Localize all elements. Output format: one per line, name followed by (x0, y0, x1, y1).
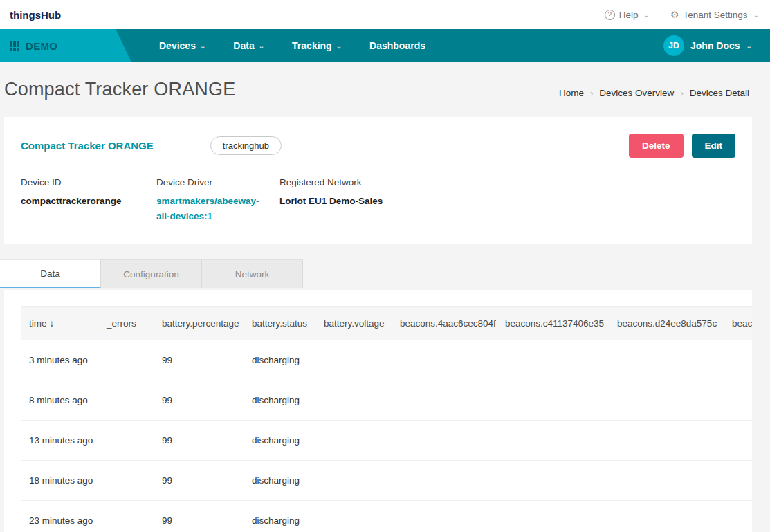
chevron-down-icon: ⌄ (336, 42, 342, 50)
cell (315, 420, 392, 460)
cell-time: 18 minutes ago (21, 460, 98, 500)
tab-network[interactable]: Network (202, 259, 303, 288)
col-beacons-1[interactable]: beacons.4aac6cec804f (392, 306, 497, 340)
cell (98, 460, 154, 500)
breadcrumb: Home › Devices Overview › Devices Detail (559, 88, 749, 98)
cell (392, 340, 497, 380)
nav-item-devices[interactable]: Devices ⌄ (159, 40, 205, 51)
breadcrumb-devices-overview[interactable]: Devices Overview (599, 88, 674, 98)
cell (497, 380, 609, 420)
cell: discharging (244, 380, 315, 420)
main-navbar: DEMO Devices ⌄ Data ⌄ Tracking ⌄ Dashboa… (0, 29, 770, 62)
table-row: 18 minutes ago 99 discharging (21, 460, 752, 500)
field-registered-network: Registered Network Loriot EU1 Demo-Sales (279, 177, 383, 225)
cell (497, 340, 609, 380)
col-battery-voltage[interactable]: battery.voltage (315, 306, 392, 340)
cell (497, 500, 609, 532)
chevron-down-icon: ⌄ (259, 42, 264, 50)
table-row: 8 minutes ago 99 discharging (21, 380, 752, 420)
col-beacons-4[interactable]: beaco (724, 306, 752, 340)
tenant-settings-label: Tenant Settings (684, 10, 748, 20)
cell: 99 (154, 500, 244, 532)
col-errors[interactable]: _errors (98, 306, 154, 340)
cell (98, 500, 154, 532)
device-summary-card: Compact Tracker ORANGE trackinghub Delet… (4, 117, 752, 244)
nav-items: Devices ⌄ Data ⌄ Tracking ⌄ Dashboards (159, 29, 425, 62)
cell (392, 500, 497, 532)
field-label: Device ID (21, 177, 144, 187)
device-card-header: Compact Tracker ORANGE trackinghub Delet… (21, 134, 735, 158)
device-data-table: time↓ _errors battery.percentage battery… (21, 306, 752, 532)
cell (724, 500, 752, 532)
field-device-driver: Device Driver smartmakers/abeeway-all-de… (156, 177, 267, 225)
cell (609, 500, 724, 532)
tab-data[interactable]: Data (0, 259, 101, 288)
nav-label: Tracking (292, 40, 332, 51)
gear-icon: ⚙ (670, 9, 679, 20)
table-row: 3 minutes ago 99 discharging (21, 340, 752, 380)
nav-label: Devices (159, 40, 196, 51)
cell: 99 (154, 340, 244, 380)
page-head: Compact Tracker ORANGE Home › Devices Ov… (0, 62, 770, 116)
col-beacons-2[interactable]: beacons.c41137406e35 (497, 306, 609, 340)
tenant-settings-menu[interactable]: ⚙ Tenant Settings ⌄ (670, 9, 759, 20)
registered-network-value: Loriot EU1 Demo-Sales (279, 194, 383, 209)
field-label: Device Driver (156, 177, 267, 187)
field-device-id: Device ID compacttrackerorange (21, 177, 144, 225)
help-label: Help (619, 10, 639, 20)
col-time[interactable]: time↓ (21, 306, 98, 340)
cell (315, 380, 392, 420)
col-beacons-3[interactable]: beacons.d24ee8da575c (609, 306, 724, 340)
cell (497, 420, 609, 460)
delete-button[interactable]: Delete (629, 134, 684, 158)
app-logo[interactable]: thingsHub (10, 9, 61, 21)
nav-item-dashboards[interactable]: Dashboards (369, 40, 425, 51)
cell (724, 420, 752, 460)
device-name: Compact Tracker ORANGE (21, 140, 154, 152)
cell (392, 460, 497, 500)
cell: 99 (154, 380, 244, 420)
nav-item-data[interactable]: Data ⌄ (233, 40, 264, 51)
field-label: Registered Network (279, 177, 383, 187)
top-bar: thingsHub ? Help ⌄ ⚙ Tenant Settings ⌄ (0, 0, 770, 29)
chevron-down-icon: ⌄ (746, 42, 752, 50)
user-menu[interactable]: JD John Docs ⌄ (663, 29, 770, 62)
grid-icon (10, 41, 19, 51)
cell (724, 340, 752, 380)
chevron-down-icon: ⌄ (200, 42, 205, 50)
breadcrumb-home[interactable]: Home (559, 88, 584, 98)
tab-configuration[interactable]: Configuration (101, 259, 202, 288)
device-fields: Device ID compacttrackerorange Device Dr… (21, 177, 735, 225)
device-driver-link[interactable]: smartmakers/abeeway-all-devices:1 (156, 194, 267, 225)
col-battery-status[interactable]: battery.status (244, 306, 315, 340)
chevron-down-icon: ⌄ (644, 11, 650, 19)
edit-button[interactable]: Edit (692, 134, 736, 158)
cell-time: 23 minutes ago (21, 500, 98, 532)
tenant-switcher[interactable]: DEMO (0, 29, 131, 62)
chevron-right-icon: › (680, 88, 683, 98)
cell (609, 420, 724, 460)
help-icon: ? (605, 10, 615, 20)
nav-label: Dashboards (369, 40, 425, 51)
cell (98, 340, 154, 380)
cell (724, 380, 752, 420)
col-battery-percentage[interactable]: battery.percentage (154, 306, 244, 340)
cell (315, 460, 392, 500)
cell (609, 460, 724, 500)
cell (98, 420, 154, 460)
page-title: Compact Tracker ORANGE (4, 79, 235, 100)
table-header-row: time↓ _errors battery.percentage battery… (21, 306, 752, 340)
cell (724, 460, 752, 500)
help-menu[interactable]: ? Help ⌄ (605, 10, 650, 20)
cell-time: 3 minutes ago (21, 340, 98, 380)
avatar: JD (663, 35, 684, 56)
cell (392, 420, 497, 460)
device-id-value: compacttrackerorange (21, 194, 144, 209)
device-tag-pill: trackinghub (210, 136, 282, 155)
nav-label: Data (233, 40, 254, 51)
device-data-card: time↓ _errors battery.percentage battery… (4, 290, 752, 532)
nav-item-tracking[interactable]: Tracking ⌄ (292, 40, 342, 51)
cell (497, 460, 609, 500)
cell (315, 340, 392, 380)
chevron-down-icon: ⌄ (753, 11, 759, 19)
